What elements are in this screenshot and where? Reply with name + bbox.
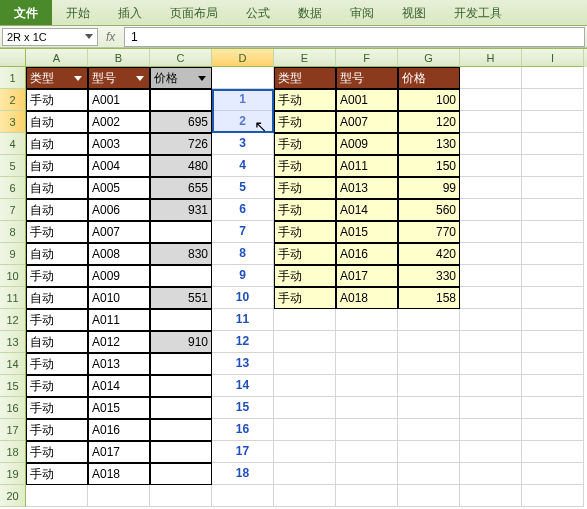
row-header-3[interactable]: 3 [0,111,26,133]
empty-cell[interactable] [398,353,460,375]
empty-cell[interactable] [522,331,584,353]
data-cell-e[interactable]: 150 [398,155,460,177]
ribbon-tab-4[interactable]: 公式 [232,0,284,25]
empty-cell[interactable] [460,375,522,397]
empty-cell[interactable] [26,485,88,507]
empty-cell[interactable] [274,375,336,397]
empty-cell[interactable] [522,441,584,463]
data-cell[interactable]: 手动 [26,353,88,375]
header-cell[interactable]: 型号 [88,67,150,89]
seq-cell[interactable]: 5 [212,177,274,199]
data-cell[interactable]: 手动 [26,265,88,287]
seq-cell[interactable]: 10 [212,287,274,309]
empty-cell[interactable] [460,287,522,309]
row-header-11[interactable]: 11 [0,287,26,309]
data-cell[interactable]: A015 [88,397,150,419]
data-cell[interactable]: 手动 [26,441,88,463]
empty-cell[interactable] [336,485,398,507]
seq-cell[interactable]: 18 [212,463,274,485]
data-cell[interactable]: A006 [88,199,150,221]
empty-cell[interactable] [522,89,584,111]
data-cell[interactable]: 自动 [26,111,88,133]
data-cell-e[interactable]: A001 [336,89,398,111]
empty-cell[interactable] [460,397,522,419]
empty-cell[interactable] [274,419,336,441]
data-cell[interactable]: 830 [150,243,212,265]
data-cell[interactable]: 手动 [26,375,88,397]
col-header-C[interactable]: C [150,49,212,67]
data-cell[interactable]: A003 [88,133,150,155]
seq-cell[interactable]: 13 [212,353,274,375]
seq-cell[interactable]: 1 [212,89,274,111]
data-cell-e[interactable]: A013 [336,177,398,199]
ribbon-tab-3[interactable]: 页面布局 [156,0,232,25]
empty-cell[interactable] [398,331,460,353]
data-cell[interactable] [150,397,212,419]
formula-bar[interactable]: 1 [124,27,585,47]
data-cell[interactable]: A012 [88,331,150,353]
data-cell-e[interactable]: A014 [336,199,398,221]
data-cell-e[interactable]: A007 [336,111,398,133]
data-cell-e[interactable]: 100 [398,89,460,111]
empty-cell[interactable] [460,221,522,243]
data-cell[interactable]: 手动 [26,397,88,419]
empty-cell[interactable] [398,397,460,419]
row-header-10[interactable]: 10 [0,265,26,287]
empty-cell[interactable] [460,111,522,133]
data-cell[interactable]: A018 [88,463,150,485]
header-cell-e[interactable]: 类型 [274,67,336,89]
row-header-2[interactable]: 2 [0,89,26,111]
empty-cell[interactable] [460,463,522,485]
empty-cell[interactable] [522,287,584,309]
row-header-15[interactable]: 15 [0,375,26,397]
row-header-6[interactable]: 6 [0,177,26,199]
data-cell[interactable] [150,463,212,485]
data-cell[interactable]: 自动 [26,177,88,199]
data-cell[interactable]: 自动 [26,287,88,309]
col-header-E[interactable]: E [274,49,336,67]
data-cell[interactable]: 910 [150,331,212,353]
filter-icon[interactable] [136,76,144,81]
data-cell-e[interactable]: 手动 [274,199,336,221]
row-header-14[interactable]: 14 [0,353,26,375]
empty-cell[interactable] [460,309,522,331]
data-cell[interactable]: 手动 [26,89,88,111]
row-header-20[interactable]: 20 [0,485,26,507]
header-cell[interactable]: 类型 [26,67,88,89]
col-header-B[interactable]: B [88,49,150,67]
select-all-corner[interactable] [0,49,26,67]
seq-cell[interactable]: 9 [212,265,274,287]
data-cell[interactable]: A004 [88,155,150,177]
data-cell[interactable]: 自动 [26,243,88,265]
data-cell-e[interactable]: A017 [336,265,398,287]
empty-cell[interactable] [398,419,460,441]
col-header-I[interactable]: I [522,49,584,67]
data-cell[interactable]: A017 [88,441,150,463]
data-cell[interactable]: 手动 [26,419,88,441]
empty-cell[interactable] [522,265,584,287]
data-cell[interactable]: A016 [88,419,150,441]
data-cell[interactable]: 655 [150,177,212,199]
data-cell-e[interactable]: 手动 [274,177,336,199]
data-cell-e[interactable]: 99 [398,177,460,199]
data-cell[interactable]: A013 [88,353,150,375]
filter-icon[interactable] [74,76,82,81]
empty-cell[interactable] [398,441,460,463]
empty-cell[interactable] [150,485,212,507]
ribbon-tab-2[interactable]: 插入 [104,0,156,25]
data-cell-e[interactable]: 手动 [274,89,336,111]
data-cell-e[interactable]: 手动 [274,133,336,155]
header-cell-e[interactable]: 价格 [398,67,460,89]
fx-icon[interactable]: fx [106,30,118,44]
data-cell-e[interactable]: 手动 [274,243,336,265]
data-cell-e[interactable]: A015 [336,221,398,243]
row-header-12[interactable]: 12 [0,309,26,331]
chevron-down-icon[interactable] [85,34,93,39]
data-cell-e[interactable]: 560 [398,199,460,221]
ribbon-tab-8[interactable]: 开发工具 [440,0,516,25]
empty-cell[interactable] [336,397,398,419]
filter-icon[interactable] [198,76,206,81]
data-cell[interactable]: 自动 [26,133,88,155]
seq-cell[interactable]: 2 [212,111,274,133]
data-cell[interactable] [150,353,212,375]
